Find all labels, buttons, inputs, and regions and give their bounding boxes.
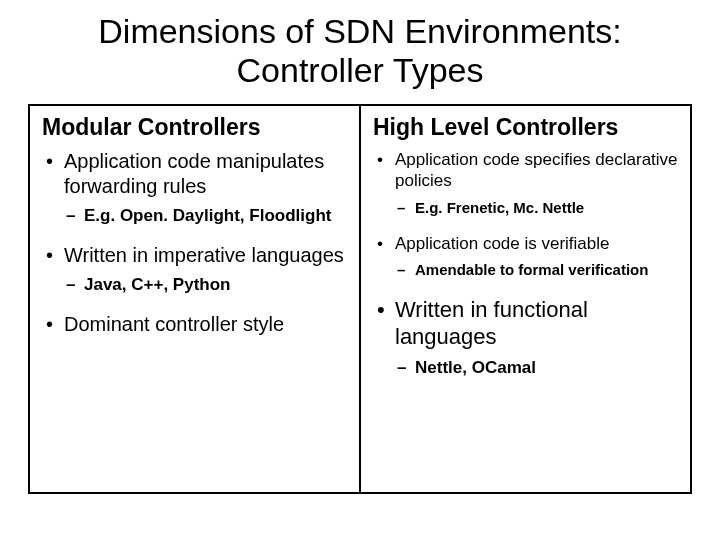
left-bullet-1: Application code manipulates forwarding … xyxy=(42,149,347,227)
right-heading: High Level Controllers xyxy=(373,114,678,141)
bullet-text: Application code manipulates forwarding … xyxy=(64,150,324,197)
right-bullet-1: Application code specifies declarative p… xyxy=(373,149,678,217)
left-sub-2: Java, C++, Python xyxy=(64,274,347,296)
right-sub-3: Nettle, OCamal xyxy=(395,357,678,379)
left-bullet-3: Dominant controller style xyxy=(42,312,347,337)
bullet-text: Written in functional languages xyxy=(395,297,588,350)
bullet-text: Dominant controller style xyxy=(64,313,284,335)
bullet-text: Written in imperative languages xyxy=(64,244,344,266)
right-column: High Level Controllers Application code … xyxy=(359,106,690,492)
right-bullet-3: Written in functional languages Nettle, … xyxy=(373,296,678,379)
right-bullet-2: Application code is verifiable Amendable… xyxy=(373,233,678,280)
left-sub-1: E.g. Open. Daylight, Floodlight xyxy=(64,205,347,227)
left-heading: Modular Controllers xyxy=(42,114,347,141)
bullet-text: Application code specifies declarative p… xyxy=(395,150,678,190)
left-bullet-2: Written in imperative languages Java, C+… xyxy=(42,243,347,296)
right-sub-2: Amendable to formal verification xyxy=(395,260,678,280)
left-column: Modular Controllers Application code man… xyxy=(30,106,359,492)
comparison-table: Modular Controllers Application code man… xyxy=(28,104,692,494)
right-sub-1: E.g. Frenetic, Mc. Nettle xyxy=(395,198,678,218)
bullet-text: Application code is verifiable xyxy=(395,234,610,253)
slide-title: Dimensions of SDN Environments: Controll… xyxy=(28,12,692,90)
